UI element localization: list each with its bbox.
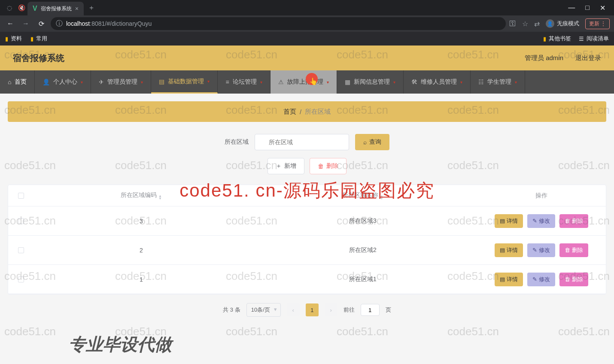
send-icon: ✈ — [99, 79, 104, 85]
chevron-down-icon: ▾ — [207, 79, 210, 84]
back-button[interactable]: ← — [4, 20, 16, 27]
col-header-name[interactable]: 所在区域名称▲▼ — [249, 191, 477, 200]
reading-list[interactable]: ☰阅读清单 — [579, 35, 609, 42]
nav-personal[interactable]: 👤个人中心▾ — [35, 70, 91, 94]
update-button[interactable]: 更新 ⋮ — [585, 18, 610, 29]
edit-button[interactable]: ✎修改 — [527, 243, 555, 257]
action-row: ＋新增 🗑删除 — [8, 158, 606, 174]
nav-repair[interactable]: 🛠维修人员管理▾ — [404, 70, 471, 94]
search-label: 所在区域 — [225, 138, 249, 146]
edit-icon: ✎ — [532, 218, 537, 224]
row-checkbox[interactable] — [18, 218, 24, 224]
site-info-icon[interactable]: ⓘ — [56, 19, 63, 28]
page-number-1[interactable]: 1 — [306, 303, 319, 316]
bookmark-folder-1[interactable]: ▮资料 — [5, 35, 22, 42]
goto-suffix: 页 — [386, 306, 391, 314]
window-close-icon[interactable]: ✕ — [600, 4, 605, 12]
data-icon: ▤ — [159, 78, 164, 85]
reload-button[interactable]: ⟳ — [35, 20, 47, 28]
row-delete-button[interactable]: 🗑删除 — [559, 273, 588, 286]
row-checkbox[interactable] — [18, 276, 24, 282]
search-icon: ⌕ — [363, 139, 367, 146]
col-header-ops: 操作 — [477, 192, 606, 200]
search-row: 所在区域 ⌕ ⌕查询 — [8, 134, 606, 150]
cell-name: 所在区域1 — [249, 276, 477, 283]
vue-favicon-icon: V — [33, 5, 37, 12]
query-button[interactable]: ⌕查询 — [355, 134, 389, 150]
doc-icon: ▤ — [500, 276, 505, 282]
folder-icon: ▮ — [30, 36, 33, 42]
key-icon[interactable]: ⚿ — [509, 20, 516, 27]
chevron-down-icon: ▾ — [81, 80, 83, 85]
student-icon: ☷ — [478, 79, 484, 85]
row-checkbox[interactable] — [18, 247, 24, 253]
detail-button[interactable]: ▤详情 — [495, 273, 523, 286]
nav-admin[interactable]: ✈管理员管理▾ — [91, 70, 151, 94]
nav-basedata[interactable]: ▤基础数据管理▾ — [151, 70, 218, 94]
list-icon: ☰ — [579, 36, 584, 42]
bookmark-folder-2[interactable]: ▮常用 — [30, 35, 47, 42]
nav-fault[interactable]: ⚠故障上报管理▾ — [271, 70, 337, 94]
plus-icon: ＋ — [276, 162, 282, 170]
window-minimize-icon[interactable]: ― — [568, 4, 575, 12]
page-size-select[interactable]: 10条/页 — [246, 303, 281, 317]
prev-page-button[interactable]: ‹ — [287, 303, 300, 316]
edit-icon: ✎ — [532, 247, 537, 253]
table-row: 2 所在区域2 ▤详情 ✎修改 🗑删除 — [8, 236, 606, 265]
delete-button[interactable]: 🗑删除 — [310, 158, 347, 174]
tab-strip: ◌ 🔇 V 宿舍报修系统 × ＋ ― □ ✕ — [0, 0, 614, 15]
cell-code: 3 — [34, 218, 249, 224]
next-page-button[interactable]: › — [325, 303, 337, 316]
cell-name: 所在区域2 — [249, 246, 477, 254]
chevron-down-icon: ▾ — [515, 80, 517, 85]
url-input[interactable]: ⓘ localhost:8081/#/dictionaryQuyu — [51, 17, 506, 30]
breadcrumb-home[interactable]: 首页 — [283, 108, 296, 116]
translate-icon[interactable]: ⇄ — [534, 20, 540, 28]
new-tab-button[interactable]: ＋ — [88, 3, 95, 12]
region-search-input[interactable] — [255, 134, 349, 150]
star-icon[interactable]: ☆ — [522, 20, 528, 28]
total-label: 共 3 条 — [223, 306, 240, 314]
app-title: 宿舍报修系统 — [13, 52, 64, 64]
user-label[interactable]: 管理员 admin — [525, 54, 563, 62]
forward-button[interactable]: → — [20, 20, 32, 27]
chevron-down-icon: ▾ — [327, 80, 329, 85]
pagination: 共 3 条 10条/页 ‹ 1 › 前往 页 — [8, 303, 606, 317]
table-row: 3 所在区域3 ▤详情 ✎修改 🗑删除 — [8, 206, 606, 236]
nav-student[interactable]: ☷学生管理▾ — [471, 70, 525, 94]
nav-news[interactable]: ▦新闻信息管理▾ — [337, 70, 404, 94]
content-area: 首页 / 所在区域 所在区域 ⌕ ⌕查询 ＋新增 🗑删除 所在区域编码▲▼ 所在… — [0, 94, 614, 325]
row-delete-button[interactable]: 🗑删除 — [559, 243, 588, 257]
breadcrumb-sep: / — [300, 108, 301, 115]
breadcrumb-current: 所在区域 — [305, 108, 331, 116]
tab-title: 宿舍报修系统 — [41, 5, 72, 12]
col-header-code[interactable]: 所在区域编码▲▼ — [34, 191, 249, 200]
sort-icon: ▲▼ — [158, 195, 162, 200]
goto-input[interactable] — [361, 304, 380, 316]
trash-icon: 🗑 — [565, 276, 570, 282]
forum-icon: ≡ — [225, 79, 229, 85]
other-bookmarks[interactable]: ▮其他书签 — [543, 35, 571, 42]
detail-button[interactable]: ▤详情 — [495, 243, 523, 257]
edit-button[interactable]: ✎修改 — [527, 214, 555, 228]
add-button[interactable]: ＋新增 — [267, 158, 304, 174]
logout-link[interactable]: 退出登录 — [575, 54, 601, 62]
detail-button[interactable]: ▤详情 — [495, 214, 523, 228]
mute-icon[interactable]: 🔇 — [15, 4, 27, 11]
cell-code: 1 — [34, 276, 249, 283]
browser-tab[interactable]: V 宿舍报修系统 × — [27, 2, 84, 15]
tab-close-icon[interactable]: × — [75, 5, 79, 12]
table-header: 所在区域编码▲▼ 所在区域名称▲▼ 操作 — [8, 185, 606, 206]
nav-forum[interactable]: ≡论坛管理▾ — [218, 70, 270, 94]
globe-icon[interactable]: ◌ — [3, 4, 15, 11]
window-maximize-icon[interactable]: □ — [585, 4, 590, 12]
row-delete-button[interactable]: 🗑删除 — [559, 214, 588, 228]
nav-home[interactable]: ⌂首页 — [0, 70, 35, 94]
news-icon: ▦ — [345, 79, 350, 85]
incognito-icon: 👤 — [546, 19, 554, 28]
edit-button[interactable]: ✎修改 — [527, 273, 555, 286]
table-row: 1 所在区域1 ▤详情 ✎修改 🗑删除 — [8, 265, 606, 294]
trash-icon: 🗑 — [318, 163, 324, 170]
trash-icon: 🗑 — [565, 218, 570, 224]
select-all-checkbox[interactable] — [18, 193, 24, 199]
